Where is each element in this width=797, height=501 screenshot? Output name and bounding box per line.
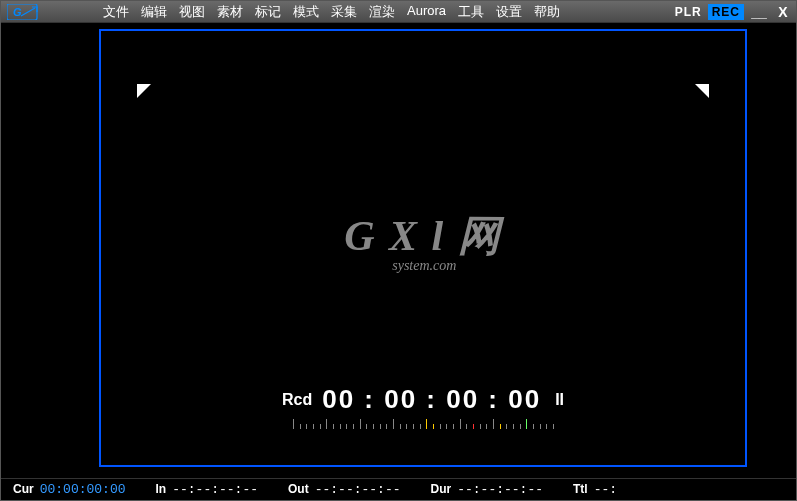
- menu-mode[interactable]: 模式: [287, 3, 325, 21]
- viewport: G X l 网 system.com Rcd 00 : 00 : 00 : 00…: [99, 29, 747, 467]
- status-cur-value: 00:00:00:00: [40, 482, 126, 497]
- safe-area-marker-tr: [695, 84, 709, 98]
- status-out-value: --:--:--:--: [315, 482, 401, 497]
- status-ttl: Ttl --:: [573, 482, 617, 497]
- status-in: In --:--:--:--: [156, 482, 259, 497]
- menu-aurora[interactable]: Aurora: [401, 3, 452, 21]
- rec-indicator[interactable]: REC: [708, 4, 744, 20]
- menu-bar: 文件 编辑 视图 素材 标记 模式 采集 渲染 Aurora 工具 设置 帮助: [97, 3, 566, 21]
- status-cur-label: Cur: [13, 482, 34, 496]
- menu-file[interactable]: 文件: [97, 3, 135, 21]
- watermark-main: G X l 网: [344, 208, 502, 264]
- menu-view[interactable]: 视图: [173, 3, 211, 21]
- svg-text:G: G: [13, 6, 22, 18]
- close-button[interactable]: X: [774, 4, 792, 20]
- app-logo: G: [5, 3, 53, 21]
- status-out: Out --:--:--:--: [288, 482, 401, 497]
- audio-meter: [293, 417, 553, 429]
- rcd-label: Rcd: [282, 391, 312, 409]
- watermark-sub: system.com: [392, 258, 502, 274]
- menu-help[interactable]: 帮助: [528, 3, 566, 21]
- watermark: G X l 网 system.com: [344, 208, 502, 274]
- plr-indicator: PLR: [675, 5, 702, 19]
- menu-material[interactable]: 素材: [211, 3, 249, 21]
- status-cur: Cur 00:00:00:00: [13, 482, 126, 497]
- status-dur-label: Dur: [431, 482, 452, 496]
- status-dur: Dur --:--:--:--: [431, 482, 544, 497]
- pause-icon: II: [555, 391, 564, 409]
- rcd-time: 00 : 00 : 00 : 00: [322, 384, 541, 415]
- record-timecode: Rcd 00 : 00 : 00 : 00 II: [282, 384, 564, 415]
- menu-tools[interactable]: 工具: [452, 3, 490, 21]
- menu-edit[interactable]: 编辑: [135, 3, 173, 21]
- status-out-label: Out: [288, 482, 309, 496]
- menu-mark[interactable]: 标记: [249, 3, 287, 21]
- status-dur-value: --:--:--:--: [457, 482, 543, 497]
- statusbar: Cur 00:00:00:00 In --:--:--:-- Out --:--…: [1, 478, 796, 500]
- titlebar: G 文件 编辑 视图 素材 标记 模式 采集 渲染 Aurora 工具 设置 帮…: [1, 1, 796, 23]
- menu-render[interactable]: 渲染: [363, 3, 401, 21]
- status-in-label: In: [156, 482, 167, 496]
- status-in-value: --:--:--:--: [172, 482, 258, 497]
- status-ttl-value: --:: [594, 482, 617, 497]
- safe-area-marker-tl: [137, 84, 151, 98]
- minimize-button[interactable]: __: [750, 4, 768, 20]
- status-ttl-label: Ttl: [573, 482, 588, 496]
- menu-capture[interactable]: 采集: [325, 3, 363, 21]
- menu-settings[interactable]: 设置: [490, 3, 528, 21]
